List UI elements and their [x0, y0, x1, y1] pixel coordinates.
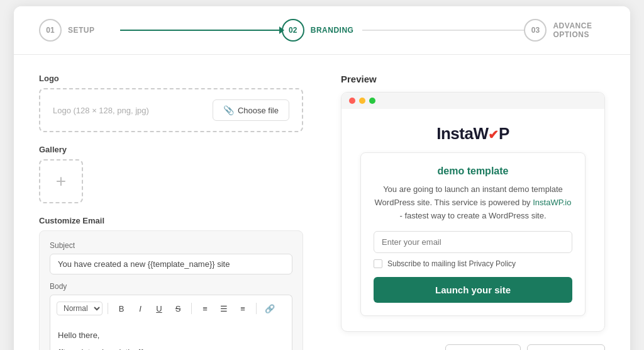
choose-file-button[interactable]: 📎 Choose file	[213, 99, 289, 121]
titlebar-dot-green	[369, 98, 375, 104]
preview-checkbox-row: Subscribe to mailing list Privacy Policy	[374, 259, 572, 268]
card-desc-link[interactable]: InstaWP.io	[533, 198, 571, 207]
preview-card: demo template You are going to launch an…	[360, 152, 586, 316]
launch-site-button[interactable]: Launch Site	[445, 344, 521, 350]
step-advance[interactable]: 03 ADVANCE OPTIONS	[524, 19, 605, 42]
ordered-list-button[interactable]: ≡	[197, 300, 213, 317]
preview-checkbox-label: Subscribe to mailing list Privacy Policy	[387, 259, 516, 268]
preview-titlebar	[341, 93, 604, 109]
preview-logo-p: P	[499, 124, 509, 143]
clip-icon: 📎	[223, 105, 234, 115]
preview-logo-w: W	[473, 124, 488, 143]
right-panel: Preview InstaW✔P demo template	[328, 74, 605, 350]
titlebar-dot-yellow	[359, 98, 365, 104]
underline-button[interactable]: U	[151, 300, 167, 317]
toolbar-divider-1	[108, 303, 108, 314]
step-connector-2	[362, 30, 524, 31]
step-label-3: ADVANCE OPTIONS	[553, 21, 605, 39]
site-creation-button[interactable]: Site creation	[527, 344, 605, 350]
step-connector-1	[120, 30, 282, 31]
gallery-section-label: Gallery	[39, 145, 303, 154]
step-label-2: BRANDING	[311, 26, 354, 35]
card-desc-part2: - fastest way to create a WordPress site…	[399, 211, 546, 220]
logo-section-label: Logo	[39, 74, 303, 83]
editor-toolbar: Normal B I U S ≡ ☰ ≡ 🔗	[50, 295, 292, 322]
align-button[interactable]: ≡	[235, 300, 251, 317]
plus-icon: +	[56, 172, 66, 190]
bold-button[interactable]: B	[113, 300, 130, 317]
preview-email-input[interactable]	[374, 231, 572, 253]
subject-label: Subject	[50, 241, 292, 250]
step-circle-2: 02	[282, 19, 304, 42]
step-circle-1: 01	[39, 19, 62, 42]
choose-file-label: Choose file	[238, 106, 279, 115]
body-line-1: Hello there,	[58, 329, 284, 342]
toolbar-divider-2	[191, 303, 192, 314]
preview-checkbox[interactable]	[374, 259, 382, 268]
titlebar-dot-red	[349, 98, 355, 104]
preview-logo: InstaW✔P	[360, 124, 586, 144]
step-label-1: SETUP	[68, 26, 95, 35]
left-panel: Logo Logo (128 × 128, png, jpg) 📎 Choose…	[39, 74, 328, 350]
body-label: Body	[50, 282, 292, 291]
preview-label: Preview	[341, 74, 605, 84]
step-circle-3: 03	[524, 19, 547, 42]
logo-upload-box: Logo (128 × 128, png, jpg) 📎 Choose file	[39, 88, 303, 132]
step-line-1	[120, 30, 282, 31]
style-select[interactable]: Normal	[57, 302, 103, 315]
logo-placeholder: Logo (128 × 128, png, jpg)	[53, 106, 149, 115]
strikethrough-button[interactable]: S	[170, 300, 186, 317]
link-button[interactable]: 🔗	[262, 300, 278, 317]
step-arrow-1	[279, 26, 284, 34]
stepper: 01 SETUP 02 BRANDING 03 ADVANCE OPTIONS	[14, 6, 630, 55]
preview-card-title: demo template	[374, 166, 572, 177]
bottom-actions: Launch Site Site creation	[341, 344, 605, 350]
preview-logo-check: ✔	[488, 128, 499, 142]
step-line-2	[362, 30, 524, 31]
preview-window: InstaW✔P demo template You are going to …	[341, 92, 605, 332]
email-section-label: Customize Email	[39, 216, 303, 225]
body-editor[interactable]: Hello there, {{template_description}} Yo…	[50, 322, 292, 350]
preview-logo-insta: Insta	[436, 124, 473, 143]
preview-card-desc: You are going to launch an instant demo …	[374, 183, 572, 222]
step-setup[interactable]: 01 SETUP	[39, 19, 120, 42]
subject-input[interactable]	[50, 254, 292, 274]
preview-body: InstaW✔P demo template You are going to …	[341, 109, 604, 331]
body-line-2: {{template_description}}	[58, 346, 284, 350]
unordered-list-button[interactable]: ☰	[216, 300, 232, 317]
email-customize-section: Subject Body Normal B I U S ≡ ☰ ≡	[39, 230, 303, 350]
main-content: Logo Logo (128 × 128, png, jpg) 📎 Choose…	[14, 55, 630, 350]
preview-launch-button[interactable]: Launch your site	[374, 277, 572, 303]
toolbar-divider-3	[256, 303, 257, 314]
gallery-upload-box[interactable]: +	[39, 159, 83, 203]
step-branding[interactable]: 02 BRANDING	[282, 19, 363, 42]
italic-button[interactable]: I	[132, 300, 148, 317]
